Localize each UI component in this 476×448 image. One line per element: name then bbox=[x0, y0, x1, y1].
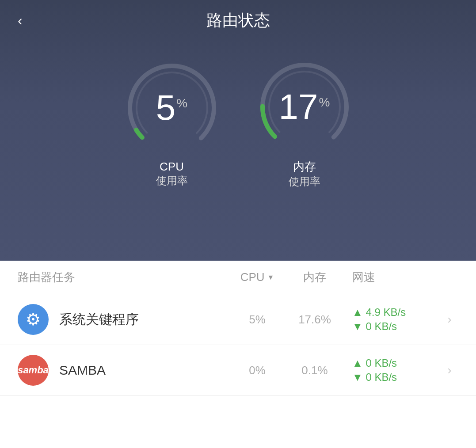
samba-mem: 0.1% bbox=[286, 364, 343, 377]
samba-speed-down: ▼ 0 KB/s bbox=[352, 371, 441, 383]
cpu-gauge-wrapper: 5 % CPU 使用率 bbox=[123, 59, 221, 188]
header-section: ‹ 路由状态 5 % bbox=[0, 0, 476, 261]
gear-icon: ⚙ bbox=[26, 310, 41, 329]
system-speed: ▲ 4.9 KB/s ▼ 0 KB/s bbox=[343, 306, 441, 333]
memory-gauge-circle: 17 % bbox=[256, 58, 353, 156]
table-header: 路由器任务 CPU ▼ 内存 网速 bbox=[0, 261, 476, 294]
gauges-container: 5 % CPU 使用率 bbox=[123, 58, 353, 189]
col-cpu-header[interactable]: CPU ▼ bbox=[228, 270, 286, 284]
system-cpu: 5% bbox=[228, 313, 286, 327]
samba-icon-text: samba bbox=[18, 364, 49, 376]
cpu-gauge-circle: 5 % bbox=[123, 59, 221, 156]
system-speed-down: ▼ 0 KB/s bbox=[352, 320, 441, 333]
back-button[interactable]: ‹ bbox=[18, 13, 23, 27]
system-mem: 17.6% bbox=[286, 313, 343, 327]
col-speed-header: 网速 bbox=[343, 270, 441, 285]
sort-icon: ▼ bbox=[267, 273, 274, 281]
samba-cpu: 0% bbox=[228, 364, 286, 377]
samba-speed-up: ▲ 0 KB/s bbox=[352, 357, 441, 369]
col-mem-header: 内存 bbox=[286, 270, 343, 285]
cpu-gauge-inner: 5 % bbox=[156, 90, 187, 125]
samba-name: SAMBA bbox=[59, 363, 228, 378]
cpu-gauge-percent: % bbox=[176, 96, 187, 110]
col-task-header: 路由器任务 bbox=[18, 270, 228, 285]
system-chevron-right: › bbox=[441, 312, 458, 327]
header-bar: ‹ 路由状态 bbox=[0, 0, 476, 36]
cpu-gauge-number: 5 bbox=[156, 90, 176, 125]
system-icon: ⚙ bbox=[18, 304, 49, 335]
memory-gauge-inner: 17 % bbox=[279, 89, 330, 125]
page-title: 路由状态 bbox=[206, 10, 270, 31]
samba-chevron-right: › bbox=[441, 363, 458, 377]
system-name: 系统关键程序 bbox=[59, 311, 228, 329]
samba-icon: samba bbox=[18, 355, 49, 386]
memory-gauge-wrapper: 17 % 内存 使用率 bbox=[256, 58, 353, 189]
table-section: 路由器任务 CPU ▼ 内存 网速 ⚙ 系统关键程序 5% 17.6% ▲ 4.… bbox=[0, 261, 476, 448]
samba-speed: ▲ 0 KB/s ▼ 0 KB/s bbox=[343, 357, 441, 383]
memory-label-sub: 使用率 bbox=[289, 175, 320, 189]
cpu-gauge-value: 5 % bbox=[156, 90, 187, 125]
memory-gauge-value: 17 % bbox=[279, 89, 330, 125]
memory-gauge-number: 17 bbox=[279, 89, 318, 125]
system-speed-up: ▲ 4.9 KB/s bbox=[352, 306, 441, 319]
table-row[interactable]: samba SAMBA 0% 0.1% ▲ 0 KB/s ▼ 0 KB/s › bbox=[0, 345, 476, 396]
table-row[interactable]: ⚙ 系统关键程序 5% 17.6% ▲ 4.9 KB/s ▼ 0 KB/s › bbox=[0, 294, 476, 345]
memory-gauge-percent: % bbox=[319, 95, 330, 110]
